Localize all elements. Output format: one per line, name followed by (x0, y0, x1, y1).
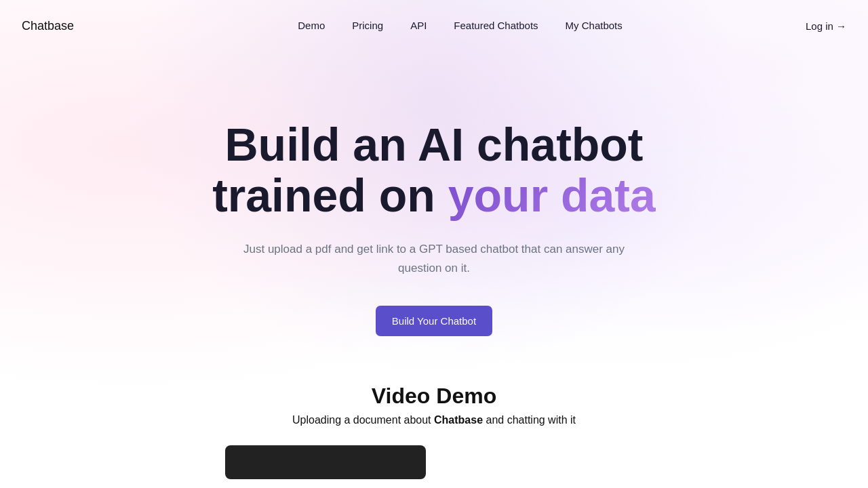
video-demo-section: Video Demo Uploading a document about Ch… (0, 384, 868, 479)
hero-section: Build an AI chatbot trained on your data… (0, 52, 868, 336)
video-demo-subtitle-brand: Chatbase (434, 414, 483, 426)
nav-link-demo[interactable]: Demo (298, 20, 325, 31)
video-demo-subtitle: Uploading a document about Chatbase and … (292, 414, 576, 426)
nav-item-my-chatbots: My Chatbots (566, 20, 623, 32)
video-demo-subtitle-suffix: and chatting with it (483, 414, 576, 426)
nav-item-featured-chatbots: Featured Chatbots (454, 20, 538, 32)
nav-item-demo: Demo (298, 20, 325, 32)
nav-item-pricing: Pricing (352, 20, 383, 32)
nav-item-api: API (410, 20, 427, 32)
brand-logo[interactable]: Chatbase (22, 19, 74, 33)
video-demo-title: Video Demo (372, 384, 496, 409)
hero-title-line2-normal: trained on (212, 169, 448, 221)
nav-link-api[interactable]: API (410, 20, 427, 31)
nav-link-pricing[interactable]: Pricing (352, 20, 383, 31)
nav-links-wrapper: Demo Pricing API Featured Chatbots My Ch… (257, 20, 623, 32)
hero-subtitle: Just upload a pdf and get link to a GPT … (224, 240, 644, 279)
login-link[interactable]: Log in → (806, 20, 846, 32)
nav-link-featured-chatbots[interactable]: Featured Chatbots (454, 20, 538, 31)
navigation: Chatbase Demo Pricing API Featured Chatb… (0, 0, 868, 52)
build-chatbot-button[interactable]: Build Your Chatbot (376, 306, 492, 336)
hero-title-line1: Build an AI chatbot (224, 119, 643, 170)
video-demo-subtitle-prefix: Uploading a document about (292, 414, 434, 426)
video-player-placeholder[interactable] (225, 445, 426, 479)
hero-title-highlight: your data (448, 169, 656, 221)
nav-links: Demo Pricing API Featured Chatbots My Ch… (298, 20, 623, 32)
hero-title: Build an AI chatbot trained on your data (212, 119, 656, 221)
nav-link-my-chatbots[interactable]: My Chatbots (566, 20, 623, 31)
